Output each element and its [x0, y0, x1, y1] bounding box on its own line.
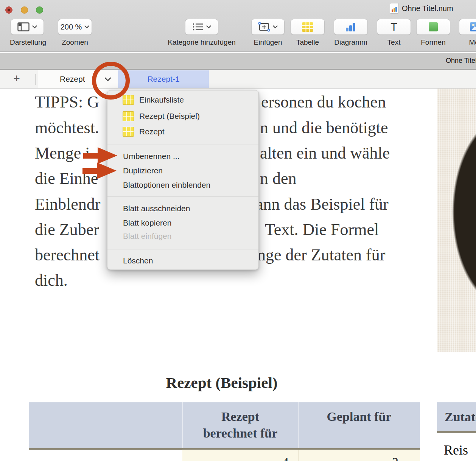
toolbar-label: Text [377, 38, 411, 47]
add-sheet-button[interactable]: + [11, 72, 23, 85]
window-title-text: Ohne Titel.num [402, 4, 453, 13]
toolbar-item-einfuegen: Einfügen [251, 19, 285, 47]
header-cell-geplant-fuer[interactable]: Geplant für [298, 408, 420, 425]
chevron-down-icon [273, 25, 278, 28]
shape-square-icon [428, 22, 438, 32]
menu-item-blatt-kopieren[interactable]: Blatt kopieren [107, 215, 258, 230]
sheet-table-icon [123, 95, 134, 105]
view-button[interactable] [11, 19, 44, 35]
header-cell-zutaten: Zutaten [445, 410, 476, 424]
toolbar: Ohne Titel.num Darstellung 200 % Zoomen [0, 0, 476, 52]
toolbar-item-kategorie: Kategorie hinzufügen [159, 19, 244, 47]
document-name: Ohne Titel [446, 57, 476, 65]
body-text: ersonen du kochen [261, 94, 386, 111]
insert-object-icon [258, 22, 270, 32]
toolbar-label: Tabelle [291, 38, 325, 47]
chart-button[interactable] [334, 19, 368, 35]
zoom-window-button[interactable] [36, 6, 43, 14]
annotation-circle [92, 62, 130, 100]
zoom-dropdown[interactable]: 200 % [58, 19, 92, 35]
sheet-tab-bar: + Rezept Rezept-1 [0, 70, 476, 89]
chart-bars-icon [345, 22, 356, 32]
body-text: Text. Die Formel [265, 221, 379, 238]
body-text: möchtest. [35, 120, 99, 136]
table-icon [302, 22, 314, 32]
add-category-button[interactable] [185, 19, 218, 35]
toolbar-label: Diagramm [334, 38, 368, 47]
body-text: Menge i [35, 145, 90, 162]
recipe-photo[interactable] [437, 89, 476, 352]
table-header-row[interactable]: Rezept berechnet für Geplant für [29, 402, 420, 448]
text-T-icon: T [390, 21, 397, 33]
menu-item-blatt-ausschneiden[interactable]: Blatt ausschneiden [107, 201, 258, 216]
toolbar-label: Zoomen [58, 38, 92, 47]
numbers-document-icon [390, 3, 399, 14]
body-text: Einblendr [35, 196, 101, 213]
table-button[interactable] [291, 19, 325, 35]
tab-label: Rezept-1 [118, 75, 209, 84]
media-button[interactable] [459, 19, 476, 35]
menu-item-rezept[interactable]: Rezept [107, 124, 258, 139]
window-title: Ohne Titel.num [390, 3, 453, 14]
body-text: berechnet [35, 247, 100, 263]
table-cell[interactable] [299, 450, 420, 461]
menu-item-einkaufsliste[interactable]: Einkaufsliste [107, 92, 258, 107]
toolbar-label: Kategorie hinzufügen [159, 38, 244, 47]
sheet-table-icon [123, 127, 134, 137]
body-text: nge der Zutaten für [257, 247, 385, 263]
table-title: Rezept (Beispiel) [131, 374, 312, 392]
toolbar-item-text: T Text [377, 19, 411, 47]
toolbar-item-darstellung: Darstellung [10, 19, 45, 47]
close-button[interactable] [5, 6, 12, 14]
toolbar-item-zoomen: 200 % Zoomen [58, 19, 92, 47]
toolbar-item-formen: Formen [416, 19, 450, 47]
chevron-down-icon [32, 25, 37, 28]
minimize-button[interactable] [21, 6, 28, 14]
menu-item-duplizieren[interactable]: Duplizieren [107, 163, 258, 178]
menu-item-blatt-einfuegen: Blatt einfügen [107, 229, 258, 244]
body-text: dich. [35, 272, 68, 289]
header-cell-rezept-berechnet[interactable]: Rezept berechnet für [182, 408, 298, 442]
media-image-icon [470, 22, 476, 32]
menu-item-blattoptionen[interactable]: Blattoptionen einblenden [107, 178, 258, 193]
zoom-value: 200 % [61, 23, 82, 31]
chevron-down-icon [84, 25, 89, 28]
photo-dark-dish [452, 115, 476, 309]
text-button[interactable]: T [377, 19, 411, 35]
cell-value-reis[interactable]: Reis [444, 442, 468, 458]
body-text: ann das Beispiel für [256, 196, 389, 213]
toolbar-item-diagramm: Diagramm [334, 19, 368, 47]
body-text: n und die benötigte [260, 120, 388, 136]
table-header-border [437, 431, 476, 433]
sheet-table-icon [123, 111, 134, 121]
gridline [298, 450, 299, 461]
toolbar-item-medien: Med [459, 19, 476, 47]
toolbar-label: Formen [416, 38, 450, 47]
body-text: alten ein und wähle [260, 145, 390, 162]
numbers-window: Ohne Titel.num Darstellung 200 % Zoomen [0, 0, 476, 461]
body-text: TIPPS: G [35, 94, 99, 111]
toolbar-label: Darstellung [10, 38, 45, 47]
cell-value: 4 [282, 455, 289, 461]
view-panel-icon [17, 22, 30, 31]
table-cell[interactable] [182, 450, 298, 461]
body-text: die Zuber [35, 221, 99, 238]
zutaten-header[interactable]: Zutaten [437, 402, 476, 431]
toolbar-label: Einfügen [251, 38, 285, 47]
menu-separator [107, 249, 258, 249]
menu-item-umbenennen[interactable]: Umbenennen ... [107, 149, 258, 164]
tab-label: Rezept [60, 75, 85, 84]
menu-item-rezept-beispiel[interactable]: Rezept (Beispiel) [107, 109, 258, 124]
menu-separator [107, 145, 258, 145]
cell-value: 2 [392, 455, 398, 461]
tab-rezept-1[interactable]: Rezept-1 [118, 70, 209, 88]
divider [35, 74, 36, 85]
toolbar-item-tabelle: Tabelle [291, 19, 325, 47]
category-list-icon [192, 22, 204, 31]
menu-item-loeschen[interactable]: Löschen [107, 253, 258, 268]
insert-button[interactable] [251, 19, 285, 35]
toolbar-label: Med [459, 38, 476, 47]
shapes-button[interactable] [416, 19, 450, 35]
status-bar: Ohne Titel [0, 53, 476, 70]
menu-separator [107, 196, 258, 197]
